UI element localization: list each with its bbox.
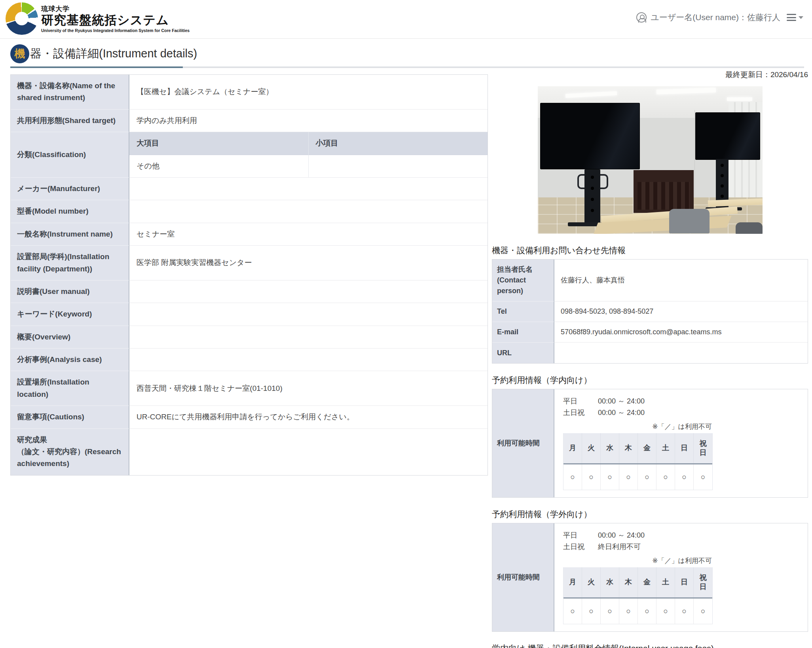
page-title: 器・設備詳細(Instrument details) [30,46,197,62]
user-name-label: ユーザー名(User name)：佐藤行人 [651,12,780,23]
logo-c-icon [6,2,38,35]
availability-cell: ○ [582,599,601,624]
contact-section-title: 機器・設備利用お問い合わせ先情報 [492,245,808,256]
row-value: 【医機セ】会議システム（セミナー室） [129,75,488,110]
row-label: 分類(Classification) [11,132,129,178]
availability-cell: ○ [656,599,675,624]
reservation-external-title: 予約利用情報（学外向け） [492,509,808,520]
contact-table: 担当者氏名(Contact person) 佐藤行人、藤本真悟 Tel 098-… [492,259,808,364]
day-header-cell: 木 [619,567,638,597]
table-row: 研究成果 （論文・研究内容）(Research achievements) [11,429,488,475]
day-header-cell: 金 [638,567,656,597]
row-value: 西普天間・研究棟１階セミナー室(01-1010) [129,371,488,406]
day-header-cell: 水 [601,433,619,463]
weekend-hours: 終日利用不可 [598,541,641,553]
university-name: 琉球大学 [41,4,190,13]
chevron-down-icon [799,16,803,19]
table-row: Tel 098-894-5023, 098-894-5027 [492,301,808,322]
availability-cell: ○ [638,599,656,624]
user-circle-icon [636,12,647,23]
major-category-value: その他 [129,155,309,177]
row-value [129,349,488,371]
availability-cell: ○ [619,599,638,624]
fees-section-title: 学内向け 機器・設備利用料金情報(Internal user usage fee… [492,643,808,648]
table-row: 担当者氏名(Contact person) 佐藤行人、藤本真悟 [492,260,808,301]
row-value: UR-COREにて共用機器利用申請を行ってからご利用ください。 [129,406,488,428]
title-badge-icon: 機 [10,44,29,63]
table-row: 一般名称(Instrument name) セミナー室 [11,223,488,246]
row-value [129,303,488,326]
system-logo[interactable]: 琉球大学 研究基盤統括システム University of the Ryukyu… [6,2,190,35]
table-row: 設置場所(Installation location) 西普天間・研究棟１階セミ… [11,371,488,406]
row-value [554,343,808,363]
row-label: 研究成果 （論文・研究内容）(Research achievements) [11,429,129,475]
reservation-external-table: 利用可能時間 平日00:00 ～ 24:00 土日祝終日利用不可 ※「／」は利用… [492,523,808,632]
availability-cell: ○ [601,464,619,490]
day-header-cell: 火 [582,433,601,463]
row-label: 共用利用形態(Shared target) [11,110,129,132]
row-value: 医学部 附属実験実習機器センター [129,246,488,280]
availability-note: ※「／」は利用不可 [563,422,712,432]
row-label: 担当者氏名(Contact person) [492,260,554,301]
day-header-cell: 日 [675,433,694,463]
last-updated-date: 最終更新日：2026/04/16 [492,70,808,81]
row-label: メーカー(Manufacturer) [11,178,129,200]
availability-cell: ○ [563,464,582,490]
row-value [129,429,488,475]
availability-cell: ○ [582,464,601,490]
row-value [129,280,488,303]
weekday-hours: 00:00 ～ 24:00 [598,396,645,407]
table-row: 説明書(User manual) [11,280,488,303]
row-label: 型番(Model number) [11,200,129,223]
availability-content: 平日00:00 ～ 24:00 土日祝00:00 ～ 24:00 ※「／」は利用… [554,389,808,497]
system-name: 研究基盤統括システム [41,13,190,27]
row-value: 57068f89.ryudai.onmicrosoft.com@apac.tea… [554,322,808,343]
weekday-label: 平日 [563,530,598,541]
table-row: 留意事項(Cautions) UR-COREにて共用機器利用申請を行ってからご利… [11,406,488,428]
row-value: 098-894-5023, 098-894-5027 [554,301,808,322]
table-row: 型番(Model number) [11,200,488,223]
weekday-hours: 00:00 ～ 24:00 [598,530,645,541]
day-header-cell: 金 [638,433,656,463]
availability-cell: ○ [619,464,638,490]
day-header-cell: 水 [601,567,619,597]
week-availability-table: 月 火 水 木 金 土 日 祝 日 ○ ○ [563,433,713,490]
row-label: 利用可能時間 [492,523,554,631]
day-header-cell: 木 [619,433,638,463]
instrument-details-page: 琉球大学 研究基盤統括システム University of the Ryukyu… [0,0,812,648]
day-header-cell: 日 [675,567,694,597]
availability-cell: ○ [675,599,694,624]
table-row: 設置部局(学科)(Installation facility (Departme… [11,246,488,280]
row-label: 分析事例(Analysis case) [11,349,129,371]
row-value: 学内のみ共用利用 [129,110,488,132]
table-row: URL [492,343,808,363]
reservation-internal-title: 予約利用情報（学内向け） [492,375,808,386]
weekend-label: 土日祝 [563,407,598,419]
row-label: 設置場所(Installation location) [11,371,129,406]
table-row: 共用利用形態(Shared target) 学内のみ共用利用 [11,110,488,132]
row-label: URL [492,343,554,363]
week-availability-table: 月 火 水 木 金 土 日 祝 日 ○ ○ [563,567,713,624]
row-label: 概要(Overview) [11,326,129,349]
row-value: 佐藤行人、藤本真悟 [554,260,808,301]
top-header-bar: 琉球大学 研究基盤統括システム University of the Ryukyu… [0,0,812,39]
availability-note: ※「／」は利用不可 [563,556,712,566]
row-label: Tel [492,301,554,322]
system-name-english: University of the Ryukyus Integrated Inf… [41,28,190,33]
weekend-hours: 00:00 ～ 24:00 [598,407,645,419]
weekend-label: 土日祝 [563,541,598,553]
reservation-internal-table: 利用可能時間 平日00:00 ～ 24:00 土日祝00:00 ～ 24:00 … [492,389,808,498]
row-label: E-mail [492,322,554,343]
row-label: 一般名称(Instrument name) [11,223,129,246]
logo-text: 琉球大学 研究基盤統括システム University of the Ryukyu… [41,4,190,32]
major-category-header: 大項目 [129,132,309,155]
right-column: 最終更新日：2026/04/16 [492,70,808,648]
hamburger-menu-icon [787,14,796,21]
table-row: メーカー(Manufacturer) [11,178,488,200]
main-menu-button[interactable] [787,14,803,21]
day-header-cell: 月 [563,433,582,463]
day-header-cell: 土 [656,433,675,463]
availability-cell: ○ [601,599,619,624]
minor-category-value [309,155,488,177]
classification-row: 分類(Classification) 大項目 小項目 その他 [11,132,488,178]
